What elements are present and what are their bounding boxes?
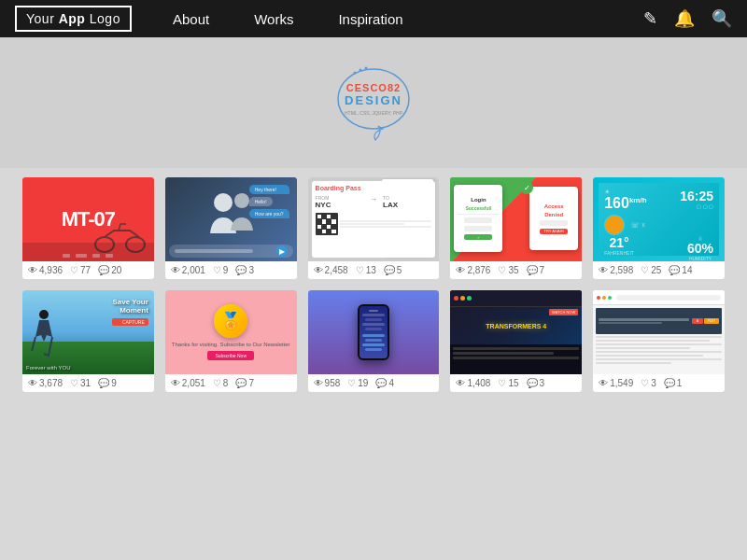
svg-point-8 <box>126 237 145 252</box>
nav-icon-group: ✎ 🔔 🔍 <box>643 8 732 29</box>
svg-text:CESCO82: CESCO82 <box>346 82 401 93</box>
stats-blog: 👁 1,549 ♡ 3 💬 1 <box>593 374 725 392</box>
likes-mt07: ♡ 77 <box>70 265 91 275</box>
stats-boarding: 👁 2,458 ♡ 13 💬 5 <box>308 261 440 279</box>
card-weather[interactable]: ☀ 160km/h 16:25 ▢ ▢ ▢ ☏ ☓ <box>593 177 725 279</box>
thumb-blog: A POST <box>593 290 725 374</box>
svg-text:DESIGN: DESIGN <box>345 93 402 107</box>
thumb-transformers: TRANSFORMERS 4 WATCH NOW <box>450 290 582 374</box>
card-phone[interactable]: 👁 958 ♡ 19 💬 4 <box>308 290 440 392</box>
card-transformers[interactable]: TRANSFORMERS 4 WATCH NOW 👁 1,408 ♡ 15 💬 … <box>450 290 582 392</box>
svg-point-1 <box>354 72 357 75</box>
thumb-award: 🏅 Thanks for visiting. Subscribe to Our … <box>165 290 297 374</box>
comments-mt07: 💬 20 <box>98 265 121 275</box>
svg-text:HTML, CSS, JQUERY, PHP: HTML, CSS, JQUERY, PHP <box>345 110 403 116</box>
card-award[interactable]: 🏅 Thanks for visiting. Subscribe to Our … <box>165 290 297 392</box>
search-icon[interactable]: 🔍 <box>712 8 732 29</box>
thumb-phone <box>308 290 440 374</box>
card-blog[interactable]: A POST 👁 1,549 ♡ 3 <box>593 290 725 392</box>
nav-links: About Works Inspiration <box>150 0 643 37</box>
mt07-title: MT-07 <box>62 207 115 231</box>
stats-phone: 👁 958 ♡ 19 💬 4 <box>308 374 440 392</box>
thumb-mt07: MT-07 <box>22 177 154 261</box>
portfolio-grid: MT-07 👁 4,936 ♡ 77 💬 20 <box>0 168 747 401</box>
svg-point-2 <box>359 69 362 72</box>
navbar: Your App Logo About Works Inspiration ✎ … <box>0 0 747 37</box>
card-action[interactable]: Save Your Moment CAPTURE Forever with YO… <box>22 290 154 392</box>
nav-inspiration[interactable]: Inspiration <box>316 0 425 37</box>
brand-logo: CESCO82 DESIGN HTML, CSS, JQUERY, PHP <box>327 56 420 149</box>
thumb-weather: ☀ 160km/h 16:25 ▢ ▢ ▢ ☏ ☓ <box>593 177 725 261</box>
stats-award: 👁 2,051 ♡ 8 💬 7 <box>165 374 297 392</box>
stats-transformers: 👁 1,408 ♡ 15 💬 3 <box>450 374 582 392</box>
stats-action: 👁 3,678 ♡ 31 💬 9 <box>22 374 154 392</box>
nav-about[interactable]: About <box>150 0 232 37</box>
views-mt07: 👁 4,936 <box>28 265 63 275</box>
card-login[interactable]: Login Successfull ✓ Access Denied TRY AG… <box>450 177 582 279</box>
logo-text-rest: Logo <box>85 11 120 26</box>
svg-point-9 <box>214 193 233 212</box>
stats-mt07: 👁 4,936 ♡ 77 💬 20 <box>22 261 154 279</box>
app-logo[interactable]: Your App Logo <box>15 6 132 32</box>
svg-point-11 <box>39 310 49 319</box>
logo-text-bold: App <box>59 11 86 26</box>
logo-text-plain: Your <box>26 11 59 26</box>
thumb-boarding: Boarding Pass FROM NYC → TO LAX <box>308 177 440 261</box>
svg-point-10 <box>234 193 249 208</box>
grid-row-1: MT-07 👁 4,936 ♡ 77 💬 20 <box>22 177 725 279</box>
card-chat[interactable]: Hey there! Hello! How are you? ▶ 👁 2,001… <box>165 177 297 279</box>
stats-login: 👁 2,876 ♡ 35 💬 7 <box>450 261 582 279</box>
svg-point-3 <box>365 67 368 70</box>
grid-row-2: Save Your Moment CAPTURE Forever with YO… <box>22 290 725 392</box>
stats-chat: 👁 2,001 ♡ 9 💬 3 <box>165 261 297 279</box>
svg-point-7 <box>95 237 114 252</box>
bell-icon[interactable]: 🔔 <box>674 8 695 29</box>
card-mt07[interactable]: MT-07 👁 4,936 ♡ 77 💬 20 <box>22 177 154 279</box>
thumb-login: Login Successfull ✓ Access Denied TRY AG… <box>450 177 582 261</box>
hero-section: CESCO82 DESIGN HTML, CSS, JQUERY, PHP <box>0 37 747 168</box>
thumb-action: Save Your Moment CAPTURE Forever with YO… <box>22 290 154 374</box>
nav-works[interactable]: Works <box>232 0 316 37</box>
stats-weather: 👁 2,598 ♡ 25 💬 14 <box>593 261 725 279</box>
thumb-chat: Hey there! Hello! How are you? ▶ <box>165 177 297 261</box>
card-boarding[interactable]: Boarding Pass FROM NYC → TO LAX <box>308 177 440 279</box>
user-icon[interactable]: ✎ <box>643 8 657 29</box>
